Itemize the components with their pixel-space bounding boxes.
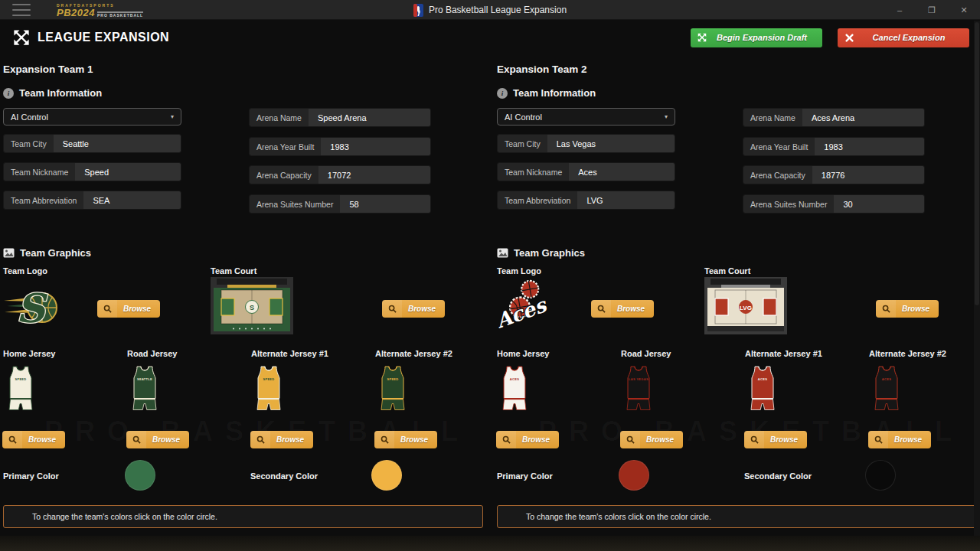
arena-suites-number-input[interactable] xyxy=(340,195,430,213)
color-hint-bar: To change the team's colors click on the… xyxy=(3,505,483,528)
cancel-expansion-button[interactable]: Cancel Expansion xyxy=(838,28,969,47)
team-city-label: Team City xyxy=(498,135,547,152)
expansion-team-2-panel: PRO BASKETBALL Expansion Team 2 i Team I… xyxy=(496,57,980,536)
arena-suites-number-label: Arena Suites Number xyxy=(250,195,340,213)
browse-court-button[interactable]: Browse xyxy=(382,300,445,318)
team-nickname-input[interactable] xyxy=(569,163,675,181)
app-logo-main-text: PB2024 xyxy=(57,8,95,18)
expand-arrows-icon xyxy=(13,29,30,46)
search-icon xyxy=(744,431,764,448)
browse-road-jersey-button[interactable]: Browse xyxy=(620,431,683,448)
arena-capacity-input[interactable] xyxy=(812,166,924,184)
svg-text:LVG: LVG xyxy=(740,305,752,311)
secondary-color-circle[interactable] xyxy=(865,460,896,491)
team-city-group: Team City xyxy=(497,134,675,153)
team-logo-image: Aces xyxy=(496,278,557,334)
browse-label: Browse xyxy=(146,435,189,444)
arena-year-built-input[interactable] xyxy=(815,138,924,155)
browse-alternate-jersey-2-button[interactable]: Browse xyxy=(374,431,437,448)
arena-name-input[interactable] xyxy=(309,109,430,126)
browse-alternate-jersey-2-button[interactable]: Browse xyxy=(868,431,931,448)
browse-label: Browse xyxy=(270,435,313,444)
image-icon xyxy=(497,248,508,258)
jersey-image xyxy=(747,366,778,416)
team-abbreviation-group: Team Abbreviation xyxy=(3,191,181,210)
browse-court-button[interactable]: Browse xyxy=(876,300,939,318)
browse-road-jersey-button[interactable]: Browse xyxy=(126,431,189,448)
alternate-jersey-1-label: Alternate Jersey #1 xyxy=(251,349,328,358)
road-jersey-cell: Road Jersey SEATTLE Browse xyxy=(126,349,250,450)
search-icon xyxy=(374,431,394,448)
road-jersey-cell: Road Jersey LAS VEGAS Browse xyxy=(620,349,744,450)
bottom-band xyxy=(0,536,980,551)
jersey-image xyxy=(253,366,284,416)
scrollbar-thumb[interactable] xyxy=(975,22,979,305)
home-jersey-cell: Home Jersey SPEED Browse xyxy=(2,349,126,450)
team-court-image: LVG xyxy=(704,277,787,334)
team-nickname-input[interactable] xyxy=(75,163,181,181)
jersey-wordmark: SPEED xyxy=(5,377,36,381)
search-icon xyxy=(382,300,402,318)
team-nickname-label: Team Nickname xyxy=(4,163,75,181)
browse-label: Browse xyxy=(117,305,160,313)
begin-expansion-draft-button[interactable]: Begin Expansion Draft xyxy=(691,28,822,47)
ai-control-select[interactable]: AI Control ▾ xyxy=(3,108,181,126)
chevron-down-icon: ▾ xyxy=(171,113,181,120)
browse-home-jersey-button[interactable]: Browse xyxy=(496,431,559,448)
team-nickname-label: Team Nickname xyxy=(498,163,569,181)
arena-name-label: Arena Name xyxy=(250,109,309,126)
browse-alternate-jersey-1-button[interactable]: Browse xyxy=(744,431,807,448)
primary-color-circle[interactable] xyxy=(619,460,649,491)
menu-icon[interactable] xyxy=(12,4,31,16)
primary-color-circle[interactable] xyxy=(125,460,155,491)
expansion-team-1-panel: PRO BASKETBALL Expansion Team 1 i Team I… xyxy=(2,57,487,536)
secondary-color-circle[interactable] xyxy=(371,460,402,491)
team-court-label: Team Court xyxy=(704,266,750,276)
browse-logo-button[interactable]: Browse xyxy=(97,300,160,318)
begin-expansion-draft-label: Begin Expansion Draft xyxy=(714,33,822,42)
vertical-scrollbar[interactable] xyxy=(974,21,980,536)
browse-alternate-jersey-1-button[interactable]: Browse xyxy=(250,431,313,448)
arena-capacity-input[interactable] xyxy=(318,166,430,184)
team-abbreviation-input[interactable] xyxy=(577,191,675,209)
team-abbreviation-input[interactable] xyxy=(83,191,181,209)
jersey-wordmark: ACES xyxy=(499,377,530,381)
ai-control-select[interactable]: AI Control ▾ xyxy=(497,108,675,126)
team-logo-image: S xyxy=(2,278,64,334)
jersey-wordmark: SPEED xyxy=(377,377,408,381)
browse-label: Browse xyxy=(402,305,445,313)
team-abbreviation-label: Team Abbreviation xyxy=(498,191,577,209)
arena-name-input[interactable] xyxy=(802,109,924,126)
ai-control-value: AI Control xyxy=(4,112,171,122)
team-city-group: Team City xyxy=(3,134,181,153)
team-graphics-title: Team Graphics xyxy=(20,247,91,259)
team-city-label: Team City xyxy=(4,135,54,152)
browse-home-jersey-button[interactable]: Browse xyxy=(2,431,65,448)
browse-label: Browse xyxy=(611,305,654,313)
arena-name-group: Arena Name xyxy=(249,108,431,127)
chevron-down-icon: ▾ xyxy=(665,113,675,120)
alternate-jersey-2-label: Alternate Jersey #2 xyxy=(375,349,452,358)
team-nickname-group: Team Nickname xyxy=(3,162,181,181)
alternate-jersey-2-cell: Alternate Jersey #2 SPEED Browse xyxy=(374,349,498,450)
ai-control-value: AI Control xyxy=(498,112,665,122)
arena-year-built-input[interactable] xyxy=(321,138,430,155)
arena-suites-number-input[interactable] xyxy=(834,195,924,213)
team-court-image: S xyxy=(211,277,293,334)
jersey-wordmark: ACES xyxy=(747,377,778,381)
maximize-button[interactable]: ❐ xyxy=(916,0,948,20)
home-jersey-label: Home Jersey xyxy=(3,349,56,358)
browse-logo-button[interactable]: Browse xyxy=(591,300,654,318)
search-icon xyxy=(591,300,611,318)
jersey-image xyxy=(499,366,530,416)
jersey-wordmark: SEATTLE xyxy=(129,377,160,381)
arena-suites-number-group: Arena Suites Number xyxy=(249,194,431,214)
jersey-image xyxy=(623,366,654,416)
alternate-jersey-2-label: Alternate Jersey #2 xyxy=(869,349,946,358)
minimize-button[interactable]: – xyxy=(884,0,916,20)
team-city-input[interactable] xyxy=(547,135,675,152)
search-icon xyxy=(496,431,516,448)
team-city-input[interactable] xyxy=(54,135,181,152)
close-button[interactable]: ✕ xyxy=(948,0,980,20)
browse-label: Browse xyxy=(888,435,931,444)
